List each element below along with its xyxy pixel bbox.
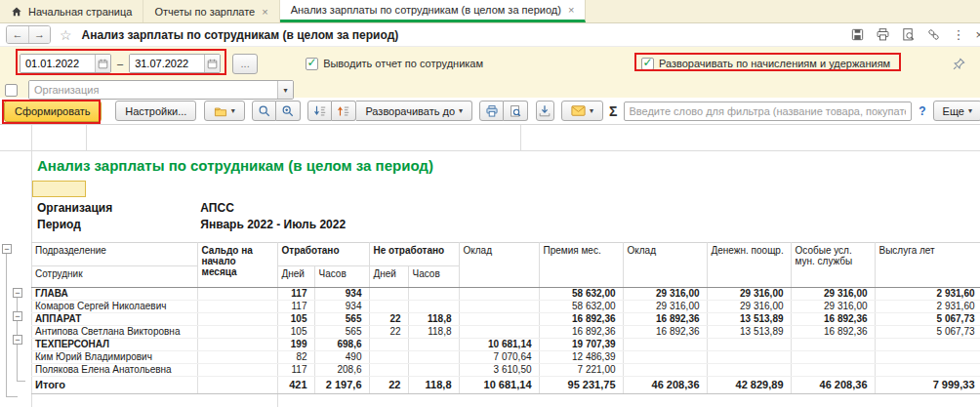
cell-name[interactable]: Ким Юрий Владимирович: [31, 351, 197, 364]
cell-value[interactable]: [408, 301, 459, 313]
cell-value[interactable]: [459, 301, 539, 313]
settings-button[interactable]: Настройки...: [115, 101, 196, 121]
cell-value[interactable]: [369, 288, 408, 301]
cell-value[interactable]: 19 707,39: [539, 339, 623, 351]
cell-value[interactable]: 16 892,36: [539, 326, 623, 339]
zoom-scale-button[interactable]: [276, 101, 301, 121]
cell-value[interactable]: [707, 364, 791, 377]
more-menu-button[interactable]: ⋮: [952, 26, 964, 44]
print-report-button[interactable]: [479, 101, 504, 121]
header-days-not-worked[interactable]: Дней: [369, 266, 408, 288]
header-oklad2[interactable]: Оклад: [623, 243, 707, 288]
cell-value[interactable]: [408, 288, 459, 301]
header-hours-worked[interactable]: Часов: [314, 266, 369, 288]
header-hours-not-worked[interactable]: Часов: [408, 266, 459, 288]
cell-value[interactable]: 118,8: [408, 326, 459, 339]
cell-value[interactable]: 16 892,36: [623, 313, 707, 326]
tab-close-icon[interactable]: ×: [568, 4, 574, 16]
expand-groups-button[interactable]: [307, 101, 332, 121]
tab-salary-analysis[interactable]: Анализ зарплаты по сотрудникам (в целом …: [280, 0, 587, 22]
cell-value[interactable]: 2 931,60: [875, 301, 980, 313]
cell-value[interactable]: 95 231,75: [539, 377, 623, 394]
save-report-button[interactable]: [536, 101, 554, 121]
header-not-worked[interactable]: Не отработано: [369, 243, 459, 266]
cell-value[interactable]: [875, 339, 980, 351]
cell-value[interactable]: 46 208,36: [791, 377, 875, 394]
cell-value[interactable]: [791, 351, 875, 364]
cell-value[interactable]: [408, 351, 459, 364]
cell-value[interactable]: 7 221,00: [539, 364, 623, 377]
cell-value[interactable]: 118,8: [408, 313, 459, 326]
cell-value[interactable]: 565: [314, 326, 369, 339]
header-department[interactable]: Подразделение: [31, 243, 197, 266]
cell-value[interactable]: 16 892,36: [791, 313, 875, 326]
cell-value[interactable]: [197, 339, 277, 351]
zoom-button[interactable]: [252, 101, 276, 121]
group-expander[interactable]: −: [13, 311, 22, 321]
forward-button[interactable]: →: [28, 26, 50, 43]
date-to-calendar-button[interactable]: [204, 55, 220, 72]
cell-value[interactable]: [707, 351, 791, 364]
cell-value[interactable]: [791, 364, 875, 377]
cell-value[interactable]: [369, 301, 408, 313]
back-button[interactable]: ←: [7, 26, 28, 43]
cell-value[interactable]: 934: [314, 301, 369, 313]
cell-value[interactable]: [197, 326, 277, 339]
cell-value[interactable]: 490: [314, 351, 369, 364]
cell-value[interactable]: 13 513,89: [707, 313, 791, 326]
cell-name[interactable]: ГЛАВА: [31, 288, 197, 301]
header-vysluga[interactable]: Выслуга лет: [875, 243, 980, 288]
header-oklad1[interactable]: Оклад: [459, 243, 539, 288]
cell-value[interactable]: [707, 339, 791, 351]
cell-value[interactable]: [197, 313, 277, 326]
cell-value[interactable]: 29 316,00: [707, 301, 791, 313]
cell-value[interactable]: 199: [277, 339, 314, 351]
cell-value[interactable]: [369, 364, 408, 377]
cell-value[interactable]: 22: [369, 326, 408, 339]
date-from-calendar-button[interactable]: [95, 55, 110, 72]
quick-filter-input[interactable]: [624, 102, 913, 121]
cell-value[interactable]: [197, 364, 277, 377]
sum-button[interactable]: Σ: [603, 103, 623, 119]
favorite-star-icon[interactable]: ☆: [60, 27, 72, 43]
print-button[interactable]: [876, 26, 890, 44]
cell-name[interactable]: Комаров Сергей Николаевич: [31, 301, 197, 313]
cell-value[interactable]: [408, 364, 459, 377]
org-checkbox[interactable]: [5, 84, 18, 97]
cell-value[interactable]: 117: [277, 288, 314, 301]
send-email-button[interactable]: ▾: [561, 101, 603, 121]
group-expander-all[interactable]: −: [2, 244, 12, 254]
cell-value[interactable]: 58 632,00: [539, 288, 623, 301]
more-actions-button[interactable]: Еще ▾: [933, 101, 980, 121]
cell-name[interactable]: Итого: [31, 377, 197, 394]
organization-input[interactable]: [29, 81, 277, 99]
header-days-worked[interactable]: Дней: [277, 266, 314, 288]
collapse-groups-button[interactable]: [332, 101, 356, 121]
group-expander[interactable]: −: [13, 288, 22, 298]
group-expander[interactable]: −: [13, 335, 22, 345]
cell-value[interactable]: 29 316,00: [623, 301, 707, 313]
report-variant-button[interactable]: ▾: [204, 101, 245, 121]
help-button[interactable]: ?: [919, 104, 925, 118]
date-from-input[interactable]: [20, 55, 95, 72]
cell-value[interactable]: [875, 351, 980, 364]
header-pooshr[interactable]: Денежн. поощр.: [707, 243, 791, 288]
cell-value[interactable]: 58 632,00: [539, 301, 623, 313]
cell-value[interactable]: [623, 364, 707, 377]
link-button[interactable]: [926, 26, 941, 44]
tab-home[interactable]: Начальная страница: [0, 0, 143, 22]
print-preview-button[interactable]: [504, 101, 528, 121]
cell-value[interactable]: 105: [277, 326, 314, 339]
cell-value[interactable]: 10 681,14: [459, 339, 539, 351]
generate-button[interactable]: Сформировать: [4, 101, 102, 122]
cell-value[interactable]: 2 931,60: [875, 288, 980, 301]
cell-value[interactable]: 7 070,64: [459, 351, 539, 364]
cell-value[interactable]: 29 316,00: [791, 288, 875, 301]
header-saldo[interactable]: Сальдо на начало месяца: [197, 243, 277, 288]
cell-value[interactable]: 7 999,33: [875, 377, 980, 394]
cell-value[interactable]: 208,6: [314, 364, 369, 377]
preview-button[interactable]: [901, 26, 916, 44]
cell-value[interactable]: [408, 339, 459, 351]
cell-value[interactable]: 12 486,39: [539, 351, 623, 364]
cell-value[interactable]: 934: [314, 288, 369, 301]
